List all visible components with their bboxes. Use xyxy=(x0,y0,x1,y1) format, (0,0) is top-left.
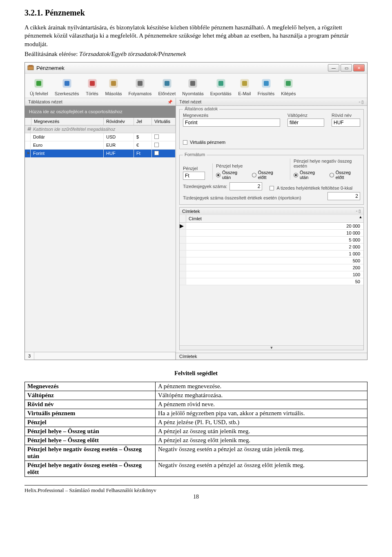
neg-before-radio[interactable]: Összeg előtt xyxy=(330,170,360,180)
window-title: Pénznemek xyxy=(36,65,65,71)
panel-controls-icon[interactable]: ▫ ▯ xyxy=(359,100,364,104)
short-label: Rövid név xyxy=(332,113,360,118)
place-after-radio[interactable]: Összeg után xyxy=(216,170,247,180)
svg-rect-17 xyxy=(218,81,223,86)
neg-before-label: Összeg előtt xyxy=(336,170,360,180)
toolbar: Új felvitelSzerkesztésTörlésMásolásFolya… xyxy=(25,74,367,98)
new-button[interactable]: Új felvitel xyxy=(27,76,51,97)
help-desc: Váltópénz meghatározása. xyxy=(156,391,368,400)
denomination-row[interactable]: 5 000 xyxy=(180,237,363,244)
help-term: Pénzjel helye negatív összeg esetén – Ös… xyxy=(25,445,156,461)
email-button[interactable]: E-Mail xyxy=(235,76,254,97)
delete-button[interactable]: Törlés xyxy=(82,76,102,97)
decimals-label: Tizedesjegyek száma: xyxy=(183,184,227,189)
zerofill-label: A tizedes helyiértékek feltöltése 0-kkal xyxy=(276,186,352,190)
after-label: Összeg után xyxy=(222,170,247,180)
col-name[interactable]: Megnevezés xyxy=(31,118,104,125)
before-label: Összeg előtt xyxy=(258,170,283,180)
table-row[interactable]: ▶ForintHUFFt xyxy=(25,150,176,158)
exit-button[interactable]: Kilépés xyxy=(278,76,299,97)
refresh-button[interactable]: Frissítés xyxy=(254,76,278,97)
denomination-row[interactable]: 100 xyxy=(180,271,363,278)
scroll-down-icon[interactable]: ▼ xyxy=(180,345,363,350)
scroll-up-icon[interactable]: ▲ xyxy=(358,215,363,222)
short-input[interactable] xyxy=(332,119,360,127)
change-input[interactable] xyxy=(287,119,324,127)
continuous-button[interactable]: Folyamatos xyxy=(125,76,155,97)
name-label: Megnevezés xyxy=(183,113,280,118)
zerofill-checkbox[interactable] xyxy=(270,186,274,190)
format-legend: Formátum xyxy=(183,152,207,157)
svg-rect-7 xyxy=(90,81,95,86)
denominations-title: Címletek xyxy=(182,209,200,214)
denominations-panel: Címletek ▫ ▯ Címlet ▲ ▶20 00010 0005 000… xyxy=(179,207,364,350)
denom-panel-controls-icon[interactable]: ▫ ▯ xyxy=(356,209,361,214)
maximize-button[interactable]: ▭ xyxy=(341,64,352,72)
help-term: Pénzjel helye – Összeg előtt xyxy=(25,436,156,445)
path-paragraph: Beállításának elérése: Törzsadatok/Egyéb… xyxy=(24,50,368,58)
table-row[interactable]: DollárUSD$ xyxy=(25,133,176,141)
help-table: MegnevezésA pénznem megnevezése.Váltópén… xyxy=(24,382,368,477)
footer-text: Helix.Professional – Számlázó modul Felh… xyxy=(24,487,368,494)
close-button[interactable]: ✕ xyxy=(353,64,365,72)
denomination-row[interactable]: 2 000 xyxy=(180,244,363,251)
help-desc: A pénzjel az összeg előtt jelenik meg. xyxy=(156,436,368,445)
detail-view-title: Tétel nézet xyxy=(179,99,201,104)
svg-rect-13 xyxy=(165,81,169,86)
denomination-row[interactable]: 10 000 xyxy=(180,230,363,237)
filter-hint[interactable]: Kattintson ide szűrőfeltétel megadásához xyxy=(31,125,176,133)
help-desc: Ha a jelölő négyzetben pipa van, akkor a… xyxy=(156,409,368,418)
denomination-row[interactable]: ▶20 000 xyxy=(180,223,363,230)
denomination-row[interactable]: 1 000 xyxy=(180,251,363,257)
help-desc: A pénznem rövid neve. xyxy=(156,400,368,409)
neg-after-label: Összeg után xyxy=(300,170,325,180)
change-label: Váltópénz xyxy=(287,113,324,118)
col-virtual[interactable]: Virtuális xyxy=(152,118,176,125)
window-titlebar: Pénznemek — ▭ ✕ xyxy=(25,63,367,74)
neg-label: Pénzjel helye negatív összeg esetén xyxy=(294,159,360,168)
denomination-row[interactable]: 200 xyxy=(180,264,363,271)
format-fieldset: Formátum Pénzjel Pénzjel helye Összeg ut… xyxy=(179,155,364,205)
sign-input[interactable] xyxy=(183,172,205,180)
help-term: Virtuális pénznem xyxy=(25,409,156,418)
denomination-row[interactable]: 50 xyxy=(180,278,363,285)
help-term: Pénzjel helye – Összeg után xyxy=(25,427,156,436)
detail-view-panel: Tétel nézet ▫ ▯ Általános adatok Megneve… xyxy=(176,98,367,360)
group-hint[interactable]: Húzza ide az oszlopfejlécet a csoportosí… xyxy=(25,106,176,118)
general-legend: Általános adatok xyxy=(183,106,219,111)
denomination-row[interactable]: 500 xyxy=(180,257,363,264)
app-icon xyxy=(27,65,34,71)
svg-rect-15 xyxy=(190,81,195,86)
svg-rect-21 xyxy=(264,81,269,86)
preview-button[interactable]: Előnézet xyxy=(155,76,179,97)
sign-label: Pénzjel xyxy=(183,166,205,171)
svg-rect-5 xyxy=(65,81,69,86)
edit-button[interactable]: Szerkesztés xyxy=(51,76,82,97)
pin-icon[interactable]: 📌 xyxy=(167,100,172,104)
svg-rect-1 xyxy=(29,65,33,67)
grid-header: Megnevezés Rövidnév Jel Virtuális xyxy=(25,118,176,125)
name-input[interactable] xyxy=(183,119,280,127)
denominations-tab[interactable]: Címletek xyxy=(176,353,367,360)
filter-row[interactable]: ▤ Kattintson ide szűrőfeltétel megadásáh… xyxy=(25,125,176,133)
denom-col-header[interactable]: Címlet xyxy=(186,215,358,222)
help-desc: A pénz jelzése (Pl. Ft, USD, stb.) xyxy=(156,418,368,427)
copy-button[interactable]: Másolás xyxy=(102,76,125,97)
minimize-button[interactable]: — xyxy=(328,64,339,72)
statusbar: 3 xyxy=(25,352,176,360)
report-decimals-input[interactable] xyxy=(327,192,360,200)
print-button[interactable]: Nyomtatás xyxy=(179,76,207,97)
neg-after-radio[interactable]: Összeg után xyxy=(294,170,325,180)
help-title: Felviteli segédlet xyxy=(24,370,368,377)
svg-rect-9 xyxy=(111,81,116,86)
table-view-title: Táblázatos nézet xyxy=(28,99,62,104)
col-sign[interactable]: Jel xyxy=(134,118,152,125)
help-desc: Negatív összeg esetén a pénzjel az össze… xyxy=(156,461,368,477)
report-decimals-label: Tizdesjegyek száma összesített értékek e… xyxy=(183,195,320,200)
place-before-radio[interactable]: Összeg előtt xyxy=(252,170,283,180)
col-short[interactable]: Rövidnév xyxy=(104,118,134,125)
virtual-checkbox[interactable] xyxy=(183,140,187,145)
export-button[interactable]: Exportálás xyxy=(207,76,235,97)
decimals-input[interactable] xyxy=(229,182,262,190)
table-row[interactable]: EuroEUR€ xyxy=(25,141,176,150)
